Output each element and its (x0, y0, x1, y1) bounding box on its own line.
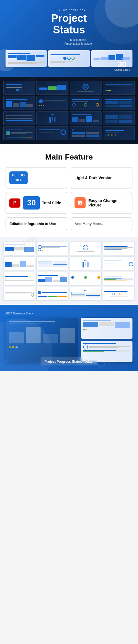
light-slide-11 (70, 272, 102, 285)
dark-grid-row3: KPI (3, 111, 135, 125)
light-slide-6 (36, 256, 68, 270)
editable-infographic-box: Editable Infographic to Use (6, 217, 67, 230)
features-section: Main Feature Full HD 16:9 Light & Dark V… (0, 144, 138, 237)
fullhd-badge: Full HD 16:9 (9, 171, 28, 184)
light-slide-7: KPI (70, 256, 102, 270)
light-slide-12 (103, 272, 135, 285)
promo-title-badge: Project Progress Status Today! (41, 357, 97, 365)
light-slide-14 (36, 287, 68, 301)
hero-section: 2024 Business Deck Project Status Multip… (0, 0, 138, 77)
ppt-icon: P (9, 198, 20, 208)
light-slide-2 (36, 241, 68, 255)
ppt-slides-box: P 30 Total Slide (6, 192, 67, 214)
light-slide-16 (103, 287, 135, 301)
light-slide-13 (3, 287, 35, 301)
dark-slide-6 (36, 96, 68, 110)
light-grid-row2: KPI (3, 256, 135, 270)
many-more-box: And Many More.. (71, 217, 132, 230)
light-slide-10 (36, 272, 68, 285)
dark-slide-5 (3, 96, 35, 110)
light-slide-8 (103, 256, 135, 270)
dark-grid-row1 (3, 81, 135, 95)
slides-preview (6, 50, 132, 67)
dark-slide-2 (36, 81, 68, 95)
promo-slide-1 (81, 318, 133, 339)
features-title: Main Feature (6, 153, 132, 161)
unique-slides-label: Unique Slides (114, 68, 130, 71)
image-change-icon (75, 197, 86, 208)
promo-main-slide (6, 318, 78, 362)
dark-slide-9 (3, 111, 35, 125)
promo-year: 2024 Business Deck (6, 312, 132, 315)
lightdark-label: Light & Dark Version (75, 176, 113, 180)
promo-title-text: Project Progress Status Today! (44, 360, 94, 364)
arrow-icon: ↓ (121, 54, 123, 60)
editable-label: Editable Infographic to Use (9, 222, 56, 226)
dark-slides-section: Gfxtra (0, 77, 138, 144)
hero-subtitle: Multipurpose Presentation Template (64, 38, 92, 46)
easy-pic-box: Easy to Change Picture (71, 192, 132, 214)
light-slide-4 (103, 241, 135, 255)
total-slide-label: Total Slide (42, 201, 61, 205)
dark-grid-row2 (3, 96, 135, 110)
slides-count-badge: 30 (23, 196, 40, 210)
slide-thumb-2 (48, 50, 89, 67)
unique-slides-number: 30 (118, 61, 126, 68)
dark-slide-11 (70, 111, 102, 125)
promo-section: Gfxtra 2024 Business Deck (0, 305, 138, 371)
light-grid-row4: KPI (3, 287, 135, 301)
unique-slides-badge: ↓ 30 Unique Slides (114, 54, 130, 71)
dark-slide-12 (103, 111, 135, 125)
dark-slide-8 (103, 96, 135, 110)
light-slide-3 (70, 241, 102, 255)
dark-slide-1 (3, 81, 35, 95)
light-slide-5 (3, 256, 35, 270)
dark-slide-15: KPI (70, 126, 102, 140)
slide-thumb-1 (6, 50, 47, 67)
many-more-label: And Many More.. (75, 222, 103, 226)
easy-pic-label: Easy to Change Picture (88, 198, 129, 207)
dark-grid-row4: KPI (3, 126, 135, 140)
fullhd-feature-box: Full HD 16:9 (6, 167, 67, 189)
dark-slide-16 (103, 126, 135, 140)
dark-slide-13 (3, 126, 35, 140)
hero-subtitle-row: Multipurpose Presentation Template (6, 38, 132, 46)
light-slide-15: KPI (70, 287, 102, 301)
dark-slide-3 (70, 81, 102, 95)
dark-slide-4 (103, 81, 135, 95)
dark-slide-7 (70, 96, 102, 110)
lightdark-feature-box: Light & Dark Version (71, 167, 132, 189)
light-grid-row3 (3, 272, 135, 285)
light-slides-section: Gfxtra (0, 237, 138, 305)
light-slide-9 (3, 272, 35, 285)
dark-slide-14 (36, 126, 68, 140)
dark-slide-10: KPI (36, 111, 68, 125)
